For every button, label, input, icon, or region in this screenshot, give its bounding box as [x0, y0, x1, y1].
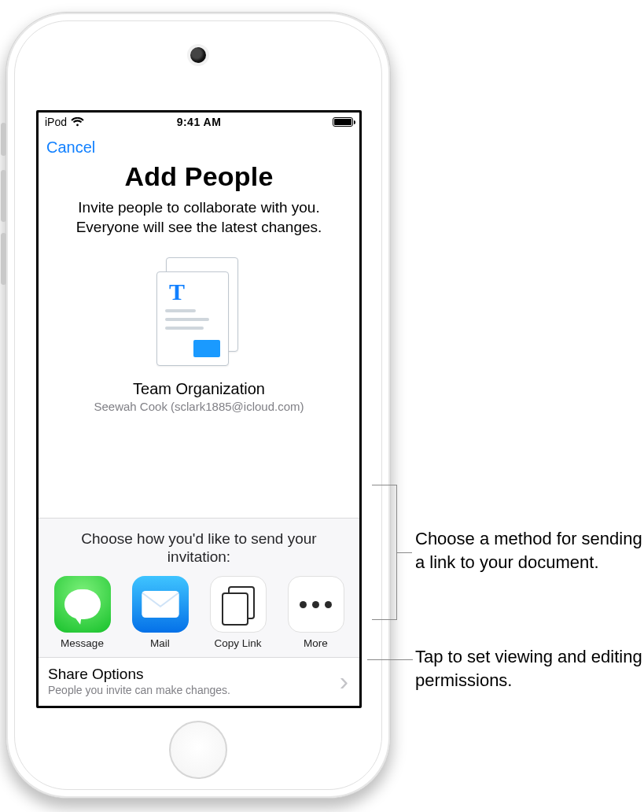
wifi-icon	[71, 117, 84, 127]
document-name: Team Organization	[39, 380, 359, 398]
callout-connector	[367, 659, 413, 660]
volume-up-button	[1, 170, 6, 222]
screen: iPod 9:41 AM Cancel Add People Invite pe…	[36, 110, 362, 708]
invite-method-copy-link[interactable]: Copy Link	[203, 576, 274, 649]
mute-switch	[1, 123, 6, 156]
invite-methods-row: Message Mail Cop	[39, 576, 359, 657]
document-preview: T Team Organization Seewah Cook (sclark1…	[39, 257, 359, 413]
svg-rect-0	[142, 591, 178, 618]
callout-connector	[396, 552, 412, 553]
carrier-label: iPod	[45, 116, 67, 128]
battery-icon	[333, 117, 353, 127]
invite-method-mail[interactable]: Mail	[125, 576, 196, 649]
invite-method-message[interactable]: Message	[47, 576, 118, 649]
sheet-title: Add People	[56, 161, 342, 192]
more-icon	[288, 576, 344, 633]
invite-prompt: Choose how you'd like to send your invit…	[39, 519, 359, 577]
sheet-header: Add People Invite people to collaborate …	[39, 163, 359, 243]
status-time: 9:41 AM	[177, 116, 222, 128]
nav-bar: Cancel	[39, 131, 359, 163]
copy-link-icon	[210, 576, 267, 633]
share-options-detail: People you invite can make changes.	[48, 684, 230, 696]
front-camera	[190, 47, 206, 63]
volume-down-button	[1, 233, 6, 285]
cancel-button[interactable]: Cancel	[46, 138, 95, 157]
status-bar: iPod 9:41 AM	[39, 113, 359, 131]
document-icon: T	[152, 257, 246, 367]
home-button[interactable]	[169, 721, 227, 779]
invite-section: Choose how you'd like to send your invit…	[39, 518, 359, 707]
sheet-subtitle: Invite people to collaborate with you. E…	[56, 198, 342, 237]
share-options-row[interactable]: Share Options People you invite can make…	[39, 657, 359, 706]
messages-icon	[54, 576, 111, 633]
share-options-title: Share Options	[48, 666, 230, 683]
invite-method-label: Message	[47, 637, 118, 649]
document-owner: Seewah Cook (sclark1885@icloud.com)	[39, 400, 359, 413]
invite-method-label: More	[281, 637, 351, 649]
invite-method-label: Copy Link	[203, 637, 274, 649]
callout-share-options: Tap to set viewing and editing permissio…	[415, 645, 643, 692]
chevron-right-icon: ›	[340, 674, 350, 688]
callout-send-method: Choose a method for sending a link to yo…	[415, 527, 643, 574]
device-frame: iPod 9:41 AM Cancel Add People Invite pe…	[6, 12, 391, 799]
mail-icon	[132, 576, 189, 633]
callout-connector	[372, 619, 397, 620]
callout-connector	[372, 485, 397, 485]
invite-method-more[interactable]: More	[281, 576, 351, 649]
invite-method-label: Mail	[125, 637, 196, 649]
